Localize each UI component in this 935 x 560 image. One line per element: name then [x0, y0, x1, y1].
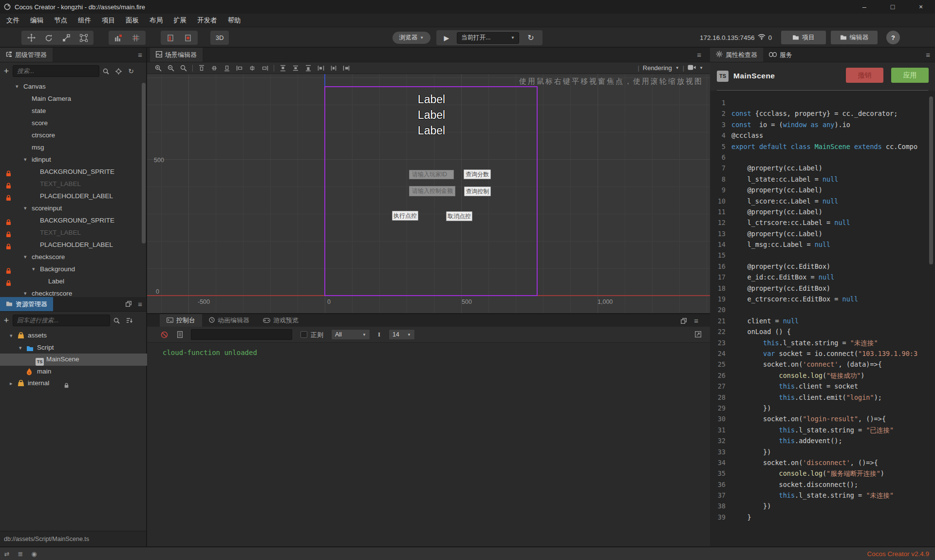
tree-row[interactable]: BACKGROUND_SPRITE [0, 166, 146, 178]
asset-row[interactable]: ▸internal [0, 377, 147, 390]
expand-arrow-icon[interactable]: ▾ [10, 330, 13, 342]
font-size-dropdown[interactable]: 14 ▼ [389, 329, 415, 340]
tree-row[interactable]: TEXT_LABEL [0, 226, 146, 239]
tree-row[interactable]: ctrscore [0, 129, 146, 141]
zoom-out-icon[interactable] [165, 65, 177, 72]
open-scene-dropdown[interactable]: 当前打开... ▼ [457, 32, 519, 44]
align-right-icon[interactable] [259, 65, 271, 72]
zoom-in-icon[interactable] [152, 65, 165, 72]
menu-extension[interactable]: 扩展 [168, 14, 192, 27]
hierarchy-search-input[interactable] [13, 65, 99, 77]
tree-row[interactable]: ▾idinput [0, 153, 146, 166]
console-menu-icon[interactable]: ≡ [694, 317, 698, 325]
create-asset-button[interactable]: + [0, 316, 13, 326]
tab-assets[interactable]: 资源管理器 [0, 297, 53, 311]
menu-layout[interactable]: 布局 [144, 14, 168, 27]
locate-node-icon[interactable] [112, 68, 125, 75]
hierarchy-scrollbar[interactable] [142, 83, 146, 243]
sync-icon[interactable]: ⇄ [0, 550, 14, 558]
tab-services[interactable]: 服务 [763, 48, 798, 62]
menu-panel[interactable]: 面板 [120, 14, 144, 27]
asset-row[interactable]: TSMainScene [0, 354, 147, 366]
asset-row[interactable]: main [0, 366, 147, 378]
expand-arrow-icon[interactable]: ▾ [24, 202, 27, 214]
apply-button[interactable]: 应用 [891, 68, 929, 83]
menu-project[interactable]: 项目 [96, 14, 120, 27]
menu-node[interactable]: 节点 [49, 14, 73, 27]
dist-right-icon[interactable] [340, 65, 353, 72]
preview-target-dropdown[interactable]: 浏览器 ▼ [393, 32, 430, 44]
inspector-menu-icon[interactable]: ≡ [926, 51, 930, 59]
tree-row[interactable]: ▾checkscore [0, 251, 146, 263]
assets-menu-icon[interactable]: ≡ [138, 300, 142, 308]
menu-component[interactable]: 组件 [73, 14, 96, 27]
revert-button[interactable]: 撤销 [846, 68, 883, 83]
dist-bottom-icon[interactable] [302, 65, 315, 72]
log-list-icon[interactable]: ≣ [14, 550, 27, 558]
refresh-button[interactable]: ↻ [519, 33, 542, 42]
tab-scene-editor[interactable]: 场景编辑器 [150, 48, 203, 62]
asset-row[interactable]: ▾Script [0, 342, 147, 354]
toggle-3d-button[interactable]: 3D [210, 31, 229, 45]
local-gizmo-icon[interactable] [162, 31, 179, 44]
expand-arrow-icon[interactable]: ▾ [16, 80, 19, 93]
expand-arrow-icon[interactable]: ▾ [24, 153, 27, 166]
search-icon[interactable] [99, 68, 112, 75]
dist-hcenter-icon[interactable] [327, 65, 340, 72]
scale-tool-icon[interactable] [57, 31, 75, 44]
expand-arrow-icon[interactable]: ▾ [19, 342, 22, 354]
rotate-tool-icon[interactable] [40, 31, 57, 44]
tab-animation-editor[interactable]: 动画编辑器 [202, 314, 256, 327]
dist-left-icon[interactable] [315, 65, 327, 72]
open-editor-button[interactable]: 编辑器 [831, 31, 878, 44]
control-amount-editbox[interactable]: 请输入控制金额 [409, 186, 455, 196]
align-hcenter-icon[interactable] [246, 65, 259, 72]
align-bottom-icon[interactable] [221, 65, 233, 72]
tree-row[interactable]: score [0, 117, 146, 129]
console-popout-icon[interactable] [681, 318, 687, 325]
dist-top-icon[interactable] [277, 65, 289, 72]
expand-arrow-icon[interactable]: ▾ [24, 251, 27, 263]
open-project-button[interactable]: 项目 [781, 31, 826, 44]
tree-row[interactable]: msg [0, 141, 146, 153]
align-vcenter-icon[interactable] [208, 65, 221, 72]
tree-row[interactable]: ▾Canvas [0, 80, 146, 93]
minimize-button[interactable]: – [850, 0, 879, 14]
search-icon[interactable] [110, 317, 123, 324]
console-filter-input[interactable] [191, 329, 292, 340]
tree-row[interactable]: Label [0, 275, 146, 287]
collapse-log-icon[interactable] [177, 331, 183, 339]
scene-label-node[interactable]: Label [418, 92, 445, 107]
dist-vcenter-icon[interactable] [289, 65, 302, 72]
scene-label-node[interactable]: Label [418, 123, 445, 138]
global-gizmo-icon[interactable] [179, 31, 197, 44]
regex-checkbox[interactable] [300, 331, 307, 338]
tab-game-preview[interactable]: 游戏预览 [256, 314, 305, 327]
zoom-reset-icon[interactable] [177, 65, 190, 72]
log-level-dropdown[interactable]: All ▼ [331, 329, 370, 340]
tree-row[interactable]: state [0, 105, 146, 117]
code-scrollbar[interactable] [929, 96, 933, 264]
tree-row[interactable]: TEXT_LABEL [0, 178, 146, 190]
menu-edit[interactable]: 编辑 [25, 14, 49, 27]
tree-row[interactable]: ▾scoreinput [0, 202, 146, 214]
maximize-button[interactable]: □ [879, 0, 907, 14]
refresh-tree-icon[interactable]: ↻ [125, 67, 137, 75]
assets-popout-icon[interactable] [126, 301, 131, 308]
clear-console-icon[interactable] [161, 331, 168, 340]
console-external-icon[interactable] [695, 331, 701, 339]
create-node-button[interactable]: + [0, 66, 13, 76]
tree-row[interactable]: BACKGROUND_SPRITE [0, 214, 146, 226]
scene-viewport[interactable]: 使用鼠标右键平移视窗焦点，使用滚轮缩放视图 500 0 -500 0 500 1… [147, 74, 710, 313]
menu-file[interactable]: 文件 [1, 14, 25, 27]
expand-arrow-icon[interactable]: ▸ [10, 377, 13, 390]
execute-control-button[interactable]: 执行点控 [392, 211, 418, 221]
tree-row[interactable]: PLACEHOLDER_LABEL [0, 190, 146, 202]
tab-hierarchy[interactable]: 层级管理器 [0, 48, 53, 62]
anchor-mode-icon[interactable] [127, 31, 145, 44]
rect-tool-icon[interactable] [75, 31, 93, 44]
eye-icon[interactable]: ◉ [27, 550, 41, 558]
menu-developer[interactable]: 开发者 [192, 14, 223, 27]
render-mode-dropdown[interactable]: | Rendering ▼ | ▼ [637, 64, 703, 72]
pivot-mode-icon[interactable] [110, 31, 127, 44]
